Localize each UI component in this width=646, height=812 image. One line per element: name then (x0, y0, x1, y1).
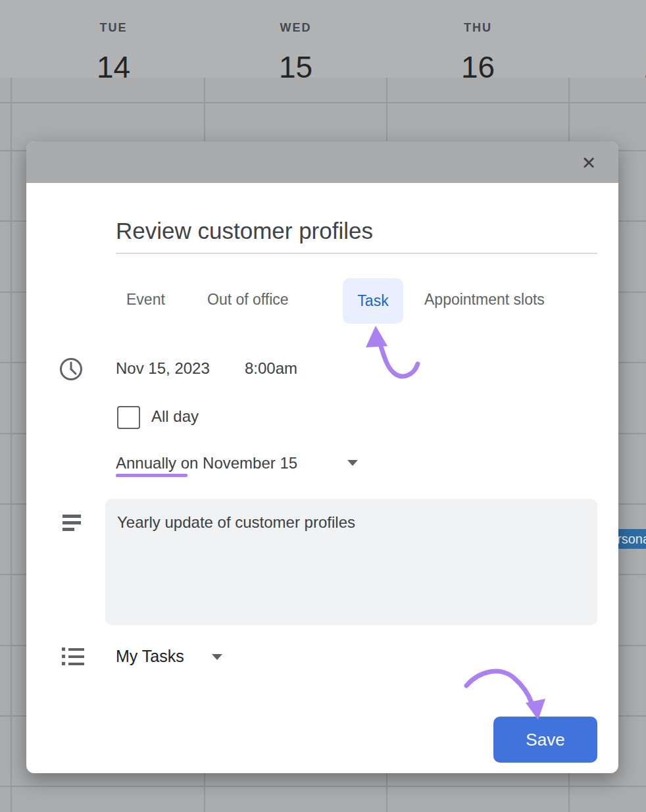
dialog-drag-bar[interactable]: ✕ (26, 141, 618, 183)
clock-icon (59, 357, 84, 382)
day-name: WED (205, 21, 387, 35)
all-day-label: All day (151, 407, 199, 426)
task-list-selector[interactable]: My Tasks (116, 647, 184, 666)
description-icon (62, 515, 81, 534)
screenshot-root: { "calendar": { "days": [ {"name": "TUE"… (0, 0, 646, 812)
description-icon-bar (62, 521, 81, 524)
description-icon-bar (62, 515, 81, 518)
day-header-tue: TUE 14 (22, 0, 205, 85)
description-icon-bar (62, 528, 74, 531)
description-textarea[interactable]: Yearly update of customer profiles (105, 499, 597, 625)
all-day-checkbox[interactable] (117, 406, 140, 429)
recurrence-selector[interactable]: Annually on November 15 (116, 454, 297, 472)
grid-vline (11, 78, 12, 812)
time-field[interactable]: 8:00am (245, 359, 297, 378)
day-name: FRI (569, 21, 646, 35)
title-underline (116, 253, 597, 254)
task-list-icon (62, 647, 84, 669)
day-number: 14 (22, 49, 205, 85)
close-icon[interactable]: ✕ (578, 152, 600, 174)
day-name: TUE (22, 21, 205, 35)
recurrence-annotation-underline (116, 474, 187, 477)
tab-out-of-office[interactable]: Out of office (207, 291, 289, 309)
tab-event[interactable]: Event (126, 291, 165, 309)
save-button[interactable]: Save (493, 717, 597, 763)
dropdown-arrow-icon[interactable] (347, 460, 358, 466)
date-field[interactable]: Nov 15, 2023 (116, 359, 210, 378)
grid-hline (0, 102, 646, 103)
day-name: THU (387, 21, 569, 35)
tab-task[interactable]: Task (343, 278, 403, 324)
day-number: 15 (205, 49, 387, 85)
day-number: 17 (569, 49, 646, 85)
dropdown-arrow-icon[interactable] (212, 654, 222, 660)
day-header-wed: WED 15 (205, 0, 387, 85)
day-number: 16 (387, 49, 569, 85)
grid-hline (0, 786, 646, 787)
day-header-thu: THU 16 (387, 0, 569, 85)
day-header-fri: FRI 17 (569, 0, 646, 85)
tab-appointment-slots[interactable]: Appointment slots (424, 291, 545, 309)
task-dialog: ✕ Review customer profiles Event Out of … (26, 141, 618, 773)
title-input[interactable]: Review customer profiles (116, 218, 597, 244)
